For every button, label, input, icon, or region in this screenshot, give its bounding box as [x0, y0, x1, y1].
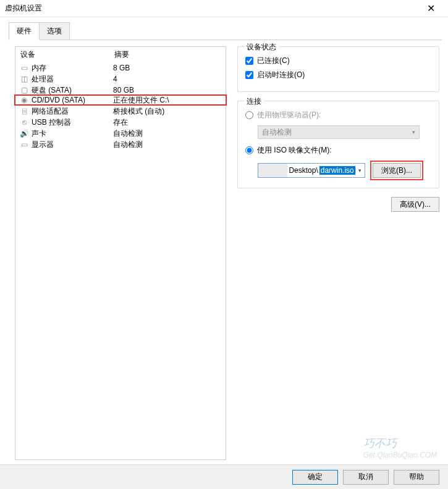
- chevron-down-icon: ▾: [412, 129, 415, 135]
- path-desktop: Desktop\: [287, 166, 319, 175]
- iso-path-row: Desktop\ darwin.iso ▾ 浏览(B)...: [258, 161, 431, 180]
- content-area: 设备 摘要 ▭ 内存 8 GB ◫ 处理器 4 ▢ 硬盘 (SATA) 80 G…: [0, 40, 448, 460]
- status-group-title: 设备状态: [244, 42, 279, 52]
- connection-group: 连接 使用物理驱动器(P): 自动检测 ▾ 使用 ISO 映像文件(M): De…: [237, 101, 439, 188]
- help-button[interactable]: 帮助: [394, 470, 439, 485]
- col-device: 设备: [20, 49, 114, 60]
- close-icon[interactable]: ✕: [418, 2, 443, 14]
- hw-row-usb[interactable]: ⎋ USB 控制器 存在: [15, 117, 226, 128]
- hw-header: 设备 摘要: [15, 47, 226, 62]
- connect-on-checkbox-row[interactable]: 启动时连接(O): [245, 70, 431, 80]
- dialog-footer: 确定 取消 帮助: [0, 464, 448, 489]
- connected-checkbox[interactable]: [245, 57, 253, 65]
- use-iso-label: 使用 ISO 映像文件(M):: [257, 145, 332, 156]
- connect-on-label: 启动时连接(O): [257, 70, 305, 80]
- tab-options[interactable]: 选项: [39, 22, 70, 40]
- hw-row-sound[interactable]: 🔊 声卡 自动检测: [15, 128, 226, 139]
- connected-label: 已连接(C): [257, 56, 290, 66]
- tab-hardware[interactable]: 硬件: [9, 22, 40, 40]
- window-title: 虚拟机设置: [5, 3, 418, 14]
- network-icon: ⌸: [19, 107, 29, 115]
- hardware-list: 设备 摘要 ▭ 内存 8 GB ◫ 处理器 4 ▢ 硬盘 (SATA) 80 G…: [15, 46, 226, 460]
- hw-row-display[interactable]: ▭ 显示器 自动检测: [15, 139, 226, 150]
- memory-icon: ▭: [19, 64, 29, 72]
- chevron-down-icon[interactable]: ▾: [355, 167, 365, 173]
- disc-icon: ◉: [19, 96, 29, 104]
- advanced-row: 高级(V)...: [237, 197, 439, 212]
- connect-on-checkbox[interactable]: [245, 71, 253, 79]
- physical-drive-dropdown: 自动检测 ▾: [258, 125, 420, 139]
- display-icon: ▭: [19, 140, 29, 149]
- cancel-button[interactable]: 取消: [343, 470, 389, 485]
- advanced-button[interactable]: 高级(V)...: [391, 197, 439, 212]
- right-panel: 设备状态 已连接(C) 启动时连接(O) 连接 使用物理驱动器(P): 自动检测…: [226, 46, 439, 460]
- cpu-icon: ◫: [19, 75, 29, 83]
- usb-icon: ⎋: [19, 118, 29, 127]
- hw-row-cpu[interactable]: ◫ 处理器 4: [15, 73, 226, 85]
- conn-group-title: 连接: [244, 96, 264, 107]
- browse-highlight: 浏览(B)...: [370, 161, 423, 180]
- use-iso-radio-row[interactable]: 使用 ISO 映像文件(M):: [245, 145, 431, 156]
- title-bar: 虚拟机设置 ✕: [0, 0, 448, 17]
- use-iso-radio[interactable]: [245, 146, 253, 154]
- col-summary: 摘要: [114, 49, 129, 60]
- hw-row-network[interactable]: ⌸ 网络适配器 桥接模式 (自动): [15, 106, 226, 117]
- hw-row-cddvd[interactable]: ◉ CD/DVD (SATA) 正在使用文件 C:\: [14, 94, 227, 106]
- use-physical-radio[interactable]: [245, 111, 253, 119]
- use-physical-radio-row[interactable]: 使用物理驱动器(P):: [245, 110, 431, 120]
- sound-icon: 🔊: [19, 129, 29, 138]
- hw-row-memory[interactable]: ▭ 内存 8 GB: [15, 62, 226, 73]
- auto-detect-label: 自动检测: [262, 127, 292, 138]
- disk-icon: ▢: [19, 86, 29, 94]
- iso-path-combobox[interactable]: Desktop\ darwin.iso ▾: [258, 163, 365, 178]
- use-physical-label: 使用物理驱动器(P):: [257, 110, 321, 120]
- device-status-group: 设备状态 已连接(C) 启动时连接(O): [237, 46, 439, 92]
- path-selected-file: darwin.iso: [319, 166, 355, 175]
- tabs-bar: 硬件 选项: [9, 22, 448, 40]
- ok-button[interactable]: 确定: [292, 470, 338, 485]
- path-hidden-prefix: [258, 164, 287, 177]
- browse-button[interactable]: 浏览(B)...: [373, 163, 421, 178]
- connected-checkbox-row[interactable]: 已连接(C): [245, 56, 431, 66]
